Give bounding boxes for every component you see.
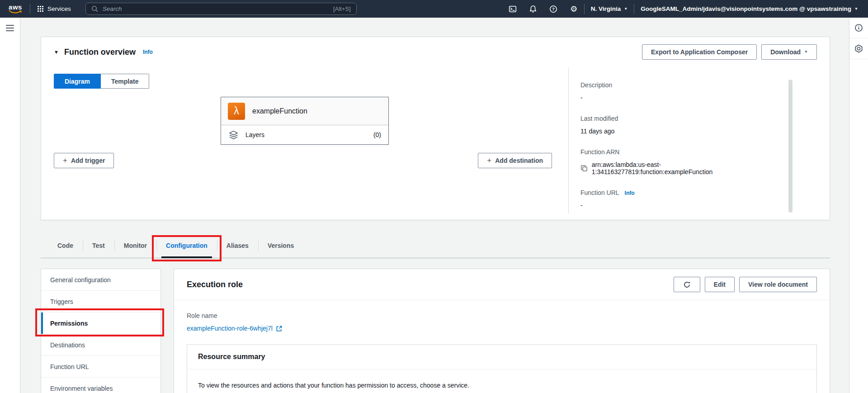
right-rail (849, 18, 868, 393)
layers-label: Layers (245, 131, 264, 138)
info-panel-button[interactable] (849, 18, 868, 38)
tab-configuration[interactable]: Configuration (156, 233, 217, 258)
notifications-button[interactable] (523, 0, 543, 18)
function-arn-label: Function ARN (580, 148, 780, 156)
search-placeholder: Search (103, 5, 122, 12)
settings-button[interactable]: ⚙ (564, 0, 584, 18)
search-icon (91, 5, 99, 13)
refresh-button[interactable] (674, 277, 700, 292)
services-label: Services (47, 5, 71, 12)
role-name-label: Role name (187, 312, 817, 319)
function-arn-value: arn:aws:lambda:us-east-1:341163277819:fu… (592, 161, 780, 175)
cloudshell-button[interactable] (503, 0, 523, 18)
download-button[interactable]: Download ▼ (761, 44, 817, 60)
refresh-icon (683, 281, 691, 289)
services-grid-icon (38, 6, 43, 12)
function-diagram-node[interactable]: λ exampleFunction Layers (0) (221, 97, 389, 145)
configuration-sidebar: General configuration Triggers Permissio… (41, 269, 161, 393)
function-overview-card: ▼ Function overview Info Export to Appli… (41, 37, 830, 220)
account-menu[interactable]: GoogleSAML_Admin/jdavis@visionpointsyste… (634, 0, 864, 18)
bell-icon (529, 5, 537, 13)
cloudshell-terminal-icon (509, 5, 517, 13)
view-role-document-button[interactable]: View role document (739, 277, 817, 292)
add-trigger-button[interactable]: + Add trigger (54, 153, 114, 168)
description-label: Description (580, 81, 780, 89)
details-scrollbar[interactable] (788, 80, 793, 213)
function-name: exampleFunction (252, 107, 307, 115)
tab-test[interactable]: Test (83, 233, 114, 258)
chevron-down-icon: ▼ (624, 7, 627, 11)
chevron-down-icon: ▼ (854, 7, 858, 11)
tab-monitor[interactable]: Monitor (114, 233, 156, 258)
gear-icon: ⚙ (570, 5, 577, 13)
export-to-application-composer-button[interactable]: Export to Application Composer (642, 44, 757, 60)
view-toggle: Diagram Template (54, 74, 149, 89)
top-navigation-bar: aws Services Search [Alt+S] (0, 0, 868, 18)
tab-aliases[interactable]: Aliases (217, 233, 258, 258)
account-label: GoogleSAML_Admin/jdavis@visionpointsyste… (641, 5, 851, 12)
chevron-down-icon: ▼ (804, 50, 808, 54)
resource-summary-card: Resource summary To view the resources a… (187, 344, 817, 393)
resources-panel-button[interactable] (849, 38, 868, 59)
svg-text:?: ? (552, 6, 555, 11)
function-diagram-area: Diagram Template λ exampleFunction (41, 63, 568, 220)
lambda-icon: λ (228, 103, 245, 120)
sidebar-item-function-url[interactable]: Function URL (41, 356, 160, 378)
search-input[interactable]: Search [Alt+S] (85, 3, 357, 15)
aws-logo[interactable]: aws (0, 4, 30, 14)
layers-icon (228, 130, 239, 140)
function-overview-info-link[interactable]: Info (143, 49, 153, 55)
function-tabs: Code Test Monitor Configuration Aliases … (41, 233, 830, 258)
active-tab-underline (161, 256, 212, 258)
layers-count: (0) (373, 131, 381, 138)
tab-code[interactable]: Code (48, 233, 83, 258)
external-link-icon (276, 325, 283, 332)
services-menu-button[interactable]: Services (30, 0, 78, 18)
execution-role-card: Execution role Edit View role document R… (174, 269, 830, 393)
menu-icon[interactable] (6, 25, 14, 31)
template-toggle-button[interactable]: Template (101, 74, 149, 89)
aws-smile-icon (8, 10, 23, 14)
diagram-toggle-button[interactable]: Diagram (54, 74, 101, 89)
function-overview-title: Function overview (64, 47, 136, 57)
function-url-label: Function URL (580, 189, 619, 196)
function-url-value: - (580, 202, 780, 209)
edit-button[interactable]: Edit (705, 277, 735, 292)
collapse-caret-icon[interactable]: ▼ (54, 49, 59, 55)
aws-logo-text: aws (9, 4, 22, 10)
resource-summary-title: Resource summary (187, 345, 816, 369)
last-modified-value: 11 days ago (580, 128, 780, 135)
function-url-info-link[interactable]: Info (625, 190, 635, 196)
sidebar-item-destinations[interactable]: Destinations (41, 334, 160, 356)
layers-row[interactable]: Layers (0) (221, 125, 388, 144)
info-circle-icon (854, 24, 863, 32)
hexagon-icon (854, 44, 863, 53)
plus-icon: + (63, 156, 67, 165)
copy-icon[interactable] (580, 165, 588, 172)
function-node-header[interactable]: λ exampleFunction (221, 97, 388, 125)
region-selector[interactable]: N. Virginia ▼ (585, 0, 634, 18)
last-modified-label: Last modified (580, 115, 780, 122)
sidebar-item-permissions[interactable]: Permissions (41, 313, 160, 334)
function-details-panel: Description - Last modified 11 days ago … (569, 63, 830, 220)
left-rail (0, 18, 20, 393)
add-destination-button[interactable]: + Add destination (478, 153, 552, 168)
description-value: - (580, 94, 780, 101)
plus-icon: + (487, 156, 491, 165)
execution-role-title: Execution role (187, 280, 243, 289)
role-name-link[interactable]: exampleFunction-role-6whjej7l (187, 325, 283, 332)
search-shortcut-hint: [Alt+S] (333, 5, 351, 12)
sidebar-item-triggers[interactable]: Triggers (41, 291, 160, 313)
resource-summary-body: To view the resources and actions that y… (187, 369, 816, 393)
sidebar-item-general-configuration[interactable]: General configuration (41, 269, 160, 291)
sidebar-item-environment-variables[interactable]: Environment variables (41, 378, 160, 393)
region-label: N. Virginia (591, 5, 621, 12)
tab-versions[interactable]: Versions (258, 233, 303, 258)
question-circle-icon: ? (549, 5, 557, 13)
help-button[interactable]: ? (543, 0, 564, 18)
